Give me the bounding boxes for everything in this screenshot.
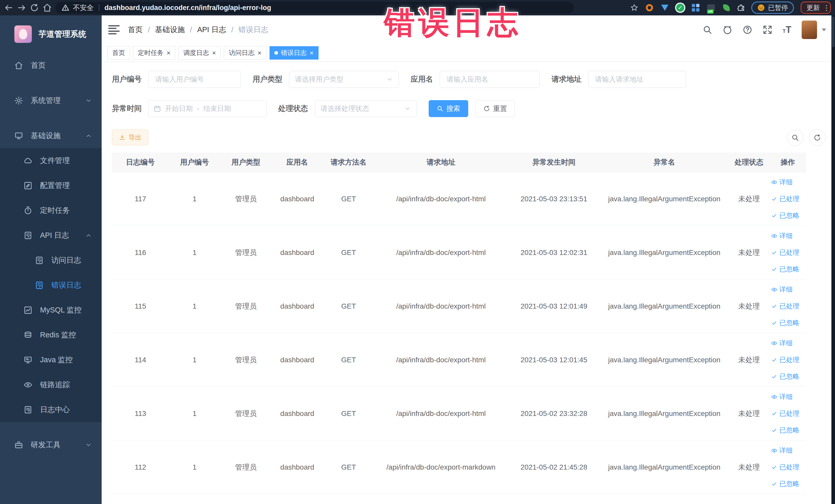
- table-header-row: 日志编号用户编号用户类型应用名请求方法名请求地址异常发生时间异常名处理状态操作: [112, 153, 806, 172]
- close-icon[interactable]: ×: [167, 49, 170, 56]
- breadcrumb-item[interactable]: API 日志: [197, 25, 226, 35]
- browser-menu-icon[interactable]: ⋮: [823, 4, 825, 12]
- extension-leaf-icon[interactable]: [722, 3, 731, 12]
- sidebar-item-研发工具[interactable]: 研发工具: [0, 432, 102, 457]
- action-已处理[interactable]: 已处理: [771, 194, 799, 203]
- table-cell: 未处理: [729, 279, 770, 333]
- table-row[interactable]: 1131管理员dashboardGET/api/infra/db-doc/exp…: [112, 387, 806, 440]
- reset-button[interactable]: 重置: [475, 100, 515, 117]
- action-已忽略[interactable]: 已忽略: [771, 479, 799, 488]
- action-详细[interactable]: 详细: [771, 446, 793, 455]
- scrollbar-thumb[interactable]: [832, 16, 834, 47]
- breadcrumb-item[interactable]: 基础设施: [155, 25, 185, 35]
- action-icon: [771, 427, 777, 434]
- tab-定时任务[interactable]: 定时任务 ×: [133, 46, 175, 60]
- action-详细[interactable]: 详细: [771, 392, 793, 401]
- update-badge[interactable]: 更新 ⋮: [801, 2, 831, 14]
- hamburger-icon[interactable]: [108, 25, 120, 35]
- sidebar-item-配置管理[interactable]: 配置管理: [0, 173, 102, 198]
- process-status-select[interactable]: 请选择处理状态: [315, 100, 417, 117]
- browser-reload-icon[interactable]: [30, 3, 39, 12]
- window-scrollbar[interactable]: [831, 15, 835, 504]
- action-详细[interactable]: 详细: [771, 231, 793, 240]
- sidebar-item-链路追踪[interactable]: 链路追踪: [0, 372, 102, 397]
- exception-time-range-picker[interactable]: 开始日期 - 结束日期: [148, 100, 266, 117]
- breadcrumb-item[interactable]: 首页: [128, 25, 143, 35]
- sidebar-item-错误日志[interactable]: 错误日志: [0, 273, 102, 298]
- action-icon: [771, 303, 777, 309]
- action-详细[interactable]: 详细: [771, 339, 793, 348]
- extension-grid-icon[interactable]: [691, 3, 700, 12]
- help-icon[interactable]: [742, 25, 752, 35]
- extension-off-icon[interactable]: off: [707, 3, 715, 12]
- sidebar-item-redis-监控[interactable]: Redis 监控: [0, 322, 102, 347]
- breadcrumb-item: 错误日志: [239, 25, 268, 35]
- user-type-select[interactable]: 请选择用户类型: [289, 71, 399, 88]
- action-已忽略[interactable]: 已忽略: [771, 426, 799, 435]
- action-icon: [771, 374, 777, 380]
- sidebar-item-日志中心[interactable]: 日志中心: [0, 397, 102, 422]
- export-button[interactable]: 导出: [112, 129, 148, 145]
- action-已忽略[interactable]: 已忽略: [771, 211, 799, 220]
- address-bar[interactable]: 不安全 dashboard.yudao.iocoder.cn/infra/log…: [56, 2, 574, 14]
- close-icon[interactable]: ×: [212, 49, 216, 56]
- extension-blue-drop-icon[interactable]: [660, 3, 669, 12]
- browser-back-icon[interactable]: [4, 3, 13, 12]
- action-已处理[interactable]: 已处理: [771, 355, 799, 364]
- tab-首页[interactable]: 首页: [107, 46, 130, 60]
- sidebar-item-基础设施[interactable]: 基础设施: [0, 123, 102, 148]
- action-已忽略[interactable]: 已忽略: [771, 265, 799, 274]
- request-url-input[interactable]: [588, 71, 686, 88]
- action-已忽略[interactable]: 已忽略: [771, 372, 799, 381]
- action-详细[interactable]: 详细: [771, 285, 793, 294]
- browser-forward-icon[interactable]: [17, 3, 26, 12]
- user-menu[interactable]: [802, 21, 826, 39]
- tab-访问日志[interactable]: 访问日志 ×: [224, 46, 266, 60]
- sidebar-item-访问日志[interactable]: 访问日志: [0, 248, 102, 273]
- font-size-icon[interactable]: TT: [782, 25, 791, 35]
- fullscreen-icon[interactable]: [762, 25, 772, 35]
- extensions-puzzle-icon[interactable]: [737, 4, 745, 11]
- tab-错误日志[interactable]: 错误日志 ×: [269, 46, 319, 60]
- user-id-input[interactable]: [148, 71, 241, 88]
- action-已处理[interactable]: 已处理: [771, 302, 799, 311]
- sidebar-item-icon: [24, 356, 32, 364]
- table-row[interactable]: 1151管理员dashboardGET/api/infra/db-doc/exp…: [112, 279, 806, 333]
- sidebar-item-java-监控[interactable]: Java 监控: [0, 347, 102, 372]
- actions-cell: 详细 已处理 已忽略: [770, 440, 806, 494]
- extension-green-check-icon[interactable]: ✓: [676, 3, 685, 12]
- table-row[interactable]: 1121管理员dashboardGET/api/infra/db-doc/exp…: [112, 440, 806, 494]
- app-name-input[interactable]: [440, 71, 540, 88]
- table-row[interactable]: 1161管理员dashboardGET/api/infra/db-doc/exp…: [112, 226, 806, 279]
- github-icon[interactable]: [722, 25, 732, 35]
- sidebar-item-文件管理[interactable]: 文件管理: [0, 148, 102, 173]
- table-row[interactable]: 1141管理员dashboardGET/api/infra/db-doc/exp…: [112, 333, 806, 387]
- table-row[interactable]: 1171管理员dashboardGET/api/infra/db-doc/exp…: [112, 172, 806, 226]
- table-cell: 1: [169, 172, 220, 226]
- action-详细[interactable]: 详细: [771, 178, 793, 187]
- search-button[interactable]: 搜索: [429, 100, 468, 117]
- close-icon[interactable]: ×: [258, 49, 261, 56]
- browser-home-icon[interactable]: [43, 3, 52, 12]
- action-已忽略[interactable]: 已忽略: [771, 318, 799, 327]
- paused-badge[interactable]: 已暂停: [751, 2, 794, 14]
- sidebar-item-首页[interactable]: 首页: [0, 53, 102, 78]
- sidebar-item-定时任务[interactable]: 定时任务: [0, 198, 102, 223]
- extension-orange-ring-icon[interactable]: [645, 3, 654, 12]
- sidebar-item-api-日志[interactable]: API 日志: [0, 223, 102, 248]
- tab-调度日志[interactable]: 调度日志 ×: [178, 46, 221, 60]
- refresh-table-button[interactable]: [809, 129, 826, 146]
- toggle-search-button[interactable]: [787, 129, 803, 146]
- action-已处理[interactable]: 已处理: [771, 463, 799, 472]
- search-icon[interactable]: [702, 25, 712, 35]
- sidebar-logo[interactable]: 芋道管理系统: [0, 15, 102, 53]
- sidebar-item-系统管理[interactable]: 系统管理: [0, 88, 102, 113]
- action-已处理[interactable]: 已处理: [771, 248, 799, 257]
- close-icon[interactable]: ×: [310, 49, 314, 56]
- bookmark-star-icon[interactable]: [630, 4, 638, 12]
- action-icon: [771, 394, 777, 400]
- table-cell: GET: [323, 440, 374, 494]
- action-label: 详细: [779, 178, 793, 187]
- sidebar-item-mysql-监控[interactable]: MySQL 监控: [0, 298, 102, 322]
- action-已处理[interactable]: 已处理: [771, 409, 799, 418]
